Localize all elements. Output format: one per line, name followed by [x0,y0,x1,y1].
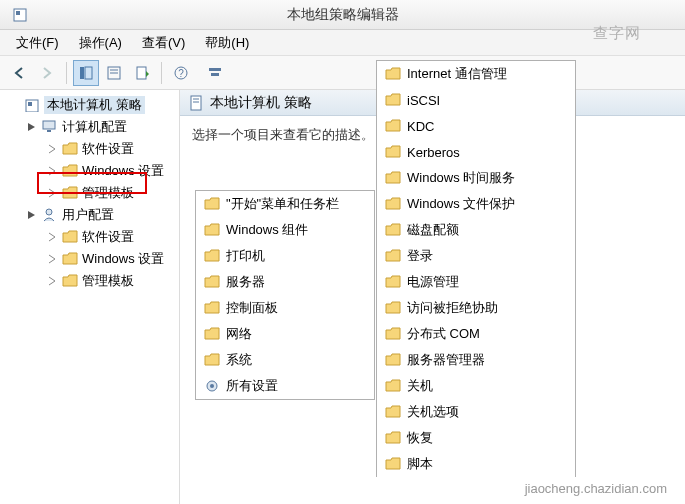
expander-open-icon[interactable] [26,209,38,221]
toolbar-divider [161,62,162,84]
expander-closed-icon[interactable] [46,143,58,155]
folder-icon [204,379,220,393]
list-item-label: Windows 组件 [226,221,308,239]
nav-back-button[interactable] [6,60,32,86]
list-item[interactable]: 所有设置 [196,373,374,399]
list-item[interactable]: "开始"菜单和任务栏 [196,191,374,217]
list-item-label: 磁盘配额 [407,221,459,239]
svg-rect-13 [28,102,32,106]
list-item-label: Internet 通信管理 [407,65,507,83]
svg-rect-1 [16,11,20,15]
list-item[interactable]: 关机 [377,373,575,399]
tree-windows-settings[interactable]: Windows 设置 [4,248,179,270]
list-item[interactable]: Kerberos [377,139,575,165]
policy-icon [188,95,204,111]
list-item[interactable]: 服务器 [196,269,374,295]
list-item[interactable]: 分布式 COM [377,321,575,347]
tree-admin-templates[interactable]: 管理模板 [4,270,179,292]
folder-icon [204,327,220,341]
list-item[interactable]: 恢复 [377,425,575,451]
svg-rect-2 [80,67,84,79]
export-list-button[interactable] [129,60,155,86]
list-item-label: 系统 [226,351,252,369]
list-item[interactable]: 脚本 [377,451,575,477]
list-item-label: Kerberos [407,145,460,160]
list-item-label: 控制面板 [226,299,278,317]
filter-button[interactable] [202,60,228,86]
folder-icon [62,252,78,266]
list-item-label: Windows 文件保护 [407,195,515,213]
folder-icon [385,93,401,107]
title-bar: 本地组策略编辑器 [0,0,685,30]
show-hide-tree-button[interactable] [73,60,99,86]
list-item-label: 网络 [226,325,252,343]
list-item[interactable]: 磁盘配额 [377,217,575,243]
list-item[interactable]: Windows 组件 [196,217,374,243]
folder-icon [385,145,401,159]
watermark-brand: 查字网 [593,24,641,43]
tree-user-config[interactable]: 用户配置 [4,204,179,226]
list-item[interactable]: 关机选项 [377,399,575,425]
list-item-label: 所有设置 [226,377,278,395]
list-item[interactable]: 服务器管理器 [377,347,575,373]
list-item[interactable]: iSCSI [377,87,575,113]
svg-rect-7 [137,67,146,79]
menu-help[interactable]: 帮助(H) [195,31,259,55]
tree-label: 软件设置 [82,140,134,158]
expander-icon[interactable] [8,99,20,111]
menu-file[interactable]: 文件(F) [6,31,69,55]
tree-label: 计算机配置 [62,118,127,136]
tree-software-settings[interactable]: 软件设置 [4,226,179,248]
tree-label: Windows 设置 [82,250,164,268]
expander-open-icon[interactable] [26,121,38,133]
tree-computer-config[interactable]: 计算机配置 [4,116,179,138]
list-item[interactable]: 电源管理 [377,269,575,295]
content-heading: 本地计算机 策略 [210,94,312,112]
list-item[interactable]: 访问被拒绝协助 [377,295,575,321]
category-list-system: Internet 通信管理iSCSIKDCKerberosWindows 时间服… [376,60,576,477]
list-item[interactable]: 控制面板 [196,295,374,321]
menu-action[interactable]: 操作(A) [69,31,132,55]
properties-button[interactable] [101,60,127,86]
computer-icon [42,120,58,134]
list-item[interactable]: Windows 文件保护 [377,191,575,217]
window-title: 本地组策略编辑器 [0,6,685,24]
list-item-label: 打印机 [226,247,265,265]
folder-icon [385,457,401,471]
list-item[interactable]: Internet 通信管理 [377,61,575,87]
folder-icon [385,249,401,263]
expander-closed-icon[interactable] [46,275,58,287]
category-list-admin-template: "开始"菜单和任务栏Windows 组件打印机服务器控制面板网络系统所有设置 [195,190,375,400]
watermark-url: jiaocheng.chazidian.com [525,481,667,496]
list-item[interactable]: KDC [377,113,575,139]
list-item-label: 关机选项 [407,403,459,421]
list-item[interactable]: Windows 时间服务 [377,165,575,191]
folder-icon [385,67,401,81]
list-item[interactable]: 系统 [196,347,374,373]
folder-icon [204,353,220,367]
menu-view[interactable]: 查看(V) [132,31,195,55]
policy-root-icon [24,98,40,112]
list-item-label: 电源管理 [407,273,459,291]
folder-icon [385,275,401,289]
tree-pane: 本地计算机 策略 计算机配置 软件设置 Windows 设置 管理模板 用户配置 [0,90,180,504]
folder-icon [385,119,401,133]
folder-icon [204,249,220,263]
folder-icon [62,230,78,244]
expander-closed-icon[interactable] [46,253,58,265]
list-item-label: iSCSI [407,93,440,108]
list-item[interactable]: 打印机 [196,243,374,269]
expander-closed-icon[interactable] [46,231,58,243]
svg-rect-10 [209,68,221,71]
list-item[interactable]: 登录 [377,243,575,269]
nav-forward-button[interactable] [34,60,60,86]
svg-point-16 [46,209,52,215]
list-item[interactable]: 网络 [196,321,374,347]
user-icon [42,208,58,222]
tree-software-settings[interactable]: 软件设置 [4,138,179,160]
app-icon [10,5,30,25]
help-button[interactable]: ? [168,60,194,86]
list-item-label: 分布式 COM [407,325,480,343]
tree-root[interactable]: 本地计算机 策略 [4,94,179,116]
folder-icon [204,301,220,315]
